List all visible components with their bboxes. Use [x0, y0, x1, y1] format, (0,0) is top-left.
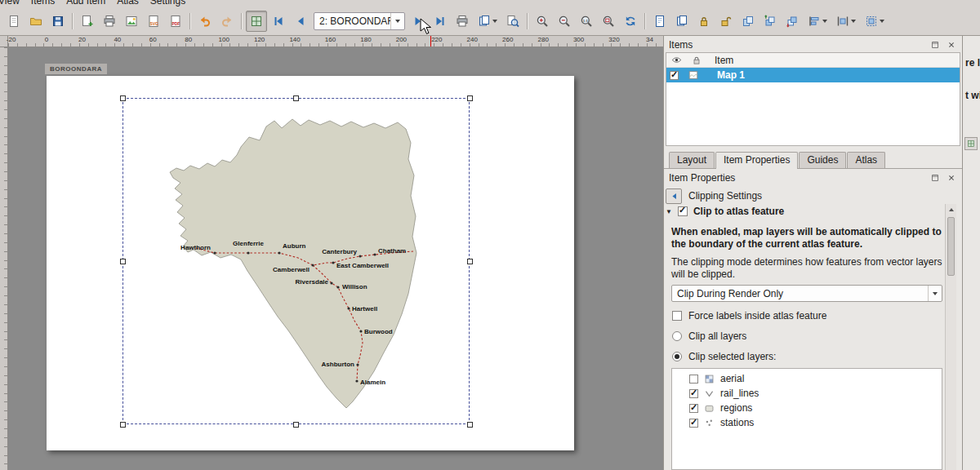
lock-selected-items-button[interactable]	[693, 11, 715, 32]
distribute-items-button[interactable]	[832, 11, 860, 32]
menu-items[interactable]: Items	[31, 0, 55, 7]
raise-selected-items-button[interactable]	[760, 11, 781, 32]
align-items-button[interactable]	[804, 11, 831, 32]
items-panel-window-icons	[924, 39, 957, 51]
ruler-label: 200	[396, 36, 407, 43]
atlas-first-feature-button[interactable]	[268, 11, 289, 32]
layer-name: aerial	[720, 373, 744, 384]
resize-items-button[interactable]	[861, 11, 889, 32]
undo-button[interactable]	[194, 11, 216, 32]
clip-all-layers-radio[interactable]	[672, 331, 682, 341]
map-selection-frame[interactable]	[122, 98, 470, 424]
dock-tabs: LayoutItem PropertiesGuidesAtlas	[664, 152, 962, 169]
items-list-row[interactable]: Map 1	[666, 68, 960, 82]
back-button[interactable]	[666, 188, 682, 204]
clip-layer-row[interactable]: stations	[672, 415, 942, 430]
scrollbar[interactable]	[945, 204, 956, 470]
refresh-view-button[interactable]	[620, 11, 641, 32]
group-items-button[interactable]	[737, 11, 759, 32]
clipping-mode-select[interactable]: Clip During Render Only	[671, 285, 942, 302]
open-layout-button[interactable]	[25, 11, 47, 32]
atlas-next-feature-button[interactable]	[408, 11, 429, 32]
clip-layer-row[interactable]: rail_lines	[672, 386, 942, 401]
preview-atlas-button[interactable]	[502, 11, 523, 32]
atlas-feature-combobox[interactable]: 2: BOROONDARA	[314, 12, 405, 30]
map-item-icon	[687, 69, 699, 82]
export-svg-button[interactable]: SVG	[143, 11, 164, 32]
float-panel-icon[interactable]	[929, 39, 941, 51]
unlock-all-items-button[interactable]	[715, 11, 737, 32]
item-visibility-checkbox[interactable]	[670, 71, 679, 80]
layer-checkbox[interactable]	[689, 404, 698, 413]
atlas-previous-feature-button[interactable]	[290, 11, 311, 32]
selection-handle[interactable]	[293, 422, 299, 428]
chevron-down-icon	[390, 13, 404, 29]
save-project-button[interactable]	[47, 11, 69, 32]
zoom-full-button[interactable]	[598, 11, 619, 32]
tab-atlas[interactable]: Atlas	[847, 152, 885, 168]
selection-handle[interactable]	[467, 95, 473, 101]
ruler-label: 60	[149, 36, 157, 43]
layer-checkbox[interactable]	[689, 375, 698, 384]
ruler-label: 34	[646, 36, 653, 43]
clipped-panel-button[interactable]	[964, 137, 978, 150]
clip-layer-row[interactable]: aerial	[672, 371, 942, 386]
items-list-header: Item	[666, 53, 960, 68]
ruler-label: 280	[537, 36, 548, 43]
clip-to-atlas-checkbox[interactable]	[678, 206, 688, 216]
menu-add-item[interactable]: Add Item	[66, 0, 105, 7]
items-panel-title: Items	[669, 39, 693, 51]
print-layout-button[interactable]	[99, 11, 120, 32]
selection-handle[interactable]	[293, 95, 299, 101]
layer-checkbox[interactable]	[689, 389, 698, 398]
atlas-last-feature-button[interactable]	[430, 11, 451, 32]
selection-handle[interactable]	[467, 422, 473, 428]
force-labels-checkbox[interactable]	[672, 311, 682, 321]
zoom-out-button[interactable]	[554, 11, 575, 32]
tab-guides[interactable]: Guides	[799, 152, 846, 168]
clip-to-atlas-section: ▼ Clip to atlas feature	[666, 206, 784, 217]
atlas-settings-toggle-button[interactable]	[246, 11, 267, 32]
selection-handle[interactable]	[120, 95, 126, 101]
print-atlas-button[interactable]	[452, 11, 473, 32]
selection-handle[interactable]	[467, 259, 473, 264]
export-pdf-button[interactable]: PDF	[165, 11, 186, 32]
ruler-label: 100	[219, 36, 229, 43]
save-as-template-button[interactable]	[649, 11, 670, 32]
item-properties-title: Item Properties	[669, 172, 735, 184]
clip-selected-layers-label: Clip selected layers:	[688, 351, 776, 362]
selection-handle[interactable]	[120, 422, 126, 428]
raster-layer-icon	[703, 373, 715, 385]
add-items-from-template-button[interactable]	[671, 11, 693, 32]
lower-selected-items-button[interactable]	[782, 11, 803, 32]
menu-atlas[interactable]: Atlas	[117, 0, 139, 7]
layer-checkbox[interactable]	[689, 419, 698, 428]
close-panel-icon[interactable]	[946, 39, 957, 51]
new-layout-button[interactable]	[3, 11, 24, 32]
add-pages-button[interactable]	[77, 11, 98, 32]
collapse-triangle-icon[interactable]: ▼	[666, 208, 672, 215]
clipping-settings-header: Clipping Settings	[666, 188, 762, 204]
tab-item-properties[interactable]: Item Properties	[715, 152, 798, 169]
scroll-up-arrow[interactable]	[946, 204, 956, 215]
menu-view[interactable]: View	[0, 0, 20, 7]
close-panel-icon[interactable]	[946, 172, 957, 184]
ruler-label: 80	[185, 36, 192, 43]
selection-handle[interactable]	[120, 259, 126, 264]
export-image-button[interactable]	[121, 11, 142, 32]
tab-layout[interactable]: Layout	[669, 152, 715, 168]
menu-settings[interactable]: Settings	[150, 0, 185, 7]
zoom-in-button[interactable]	[532, 11, 553, 32]
export-atlas-button[interactable]	[474, 11, 501, 32]
layer-name: stations	[720, 417, 754, 428]
scrollbar-thumb[interactable]	[947, 217, 955, 276]
clip-all-layers-row: Clip all layers	[672, 330, 746, 342]
points-layer-icon	[703, 417, 715, 429]
float-panel-icon[interactable]	[929, 172, 941, 184]
clip-layer-row[interactable]: regions	[672, 401, 942, 415]
menu-bar: ViewItemsAdd ItemAtlasSettings	[0, 0, 980, 7]
redo-button[interactable]	[216, 11, 238, 32]
zoom-actual-button[interactable]: 1:1	[576, 11, 597, 32]
clipped-text-fragment: t wil	[965, 90, 980, 101]
clip-selected-layers-radio[interactable]	[672, 352, 682, 361]
